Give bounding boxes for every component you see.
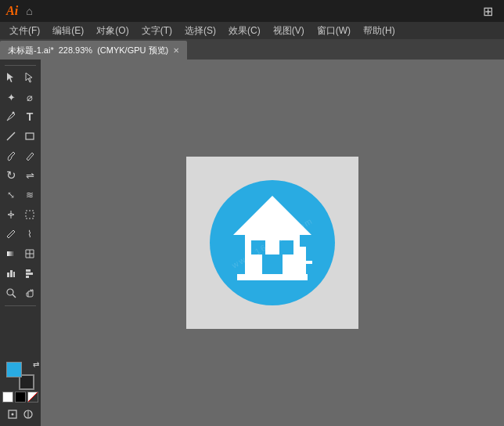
svg-rect-27	[306, 261, 312, 264]
draw-mode-icon[interactable]	[5, 407, 20, 421]
scale-tool[interactable]: ⤡	[2, 186, 20, 204]
measure-tool[interactable]: ⌇	[20, 225, 39, 244]
svg-rect-9	[13, 272, 15, 277]
tool-row-5	[0, 146, 41, 165]
menu-file[interactable]: 文件(F)	[3, 22, 46, 39]
tab-bar: 未标题-1.ai* 228.93% (CMYK/GPU 预览) ✕	[0, 39, 504, 60]
fill-stroke-area[interactable]: ⇄	[6, 362, 34, 390]
paintbrush-tool[interactable]	[2, 146, 20, 165]
free-transform-tool[interactable]	[20, 205, 39, 224]
svg-marker-0	[7, 73, 13, 82]
tab-close-button[interactable]: ✕	[173, 46, 179, 55]
mesh-tool[interactable]	[20, 244, 39, 263]
tool-row-3: T	[0, 107, 41, 126]
app-logo: Ai	[6, 4, 18, 18]
pencil-tool[interactable]	[20, 146, 39, 165]
menu-type[interactable]: 文字(T)	[135, 22, 178, 39]
rotate-tool[interactable]: ↻	[2, 166, 20, 185]
svg-rect-24	[262, 255, 283, 276]
active-tab[interactable]: 未标题-1.ai* 228.93% (CMYK/GPU 预览) ✕	[0, 41, 187, 60]
warp-tool[interactable]: ≋	[20, 186, 39, 204]
color-option-row	[2, 392, 38, 403]
menu-window[interactable]: 窗口(W)	[311, 22, 357, 39]
fill-swatch[interactable]	[6, 362, 22, 377]
svg-marker-1	[26, 73, 32, 82]
grid-panel-icon[interactable]: ⊞	[483, 4, 493, 19]
tool-row-4	[0, 127, 41, 146]
gradient-tool[interactable]	[2, 244, 20, 263]
line-tool[interactable]	[2, 127, 20, 146]
eyedropper-tool[interactable]	[2, 225, 20, 244]
tool-row-7: ⤡ ≋	[0, 186, 41, 204]
toolbar: ✦ ⌀ T	[0, 60, 41, 426]
artboard: www.16sucai.com	[186, 157, 358, 329]
toolbar-separator-mid	[5, 305, 36, 306]
pixel-align-icon[interactable]	[21, 407, 35, 421]
type-tool[interactable]: T	[20, 107, 39, 126]
menu-select[interactable]: 选择(S)	[178, 22, 222, 39]
selection-tool[interactable]	[2, 68, 20, 87]
color-section: ⇄	[0, 359, 41, 426]
tab-zoom: 228.93%	[59, 45, 92, 55]
tool-row-6: ↻ ⇌	[0, 166, 41, 185]
pen-tool[interactable]	[2, 107, 20, 126]
svg-rect-6	[7, 251, 15, 256]
svg-rect-8	[10, 270, 13, 277]
swap-fill-stroke-icon[interactable]: ⇄	[33, 360, 39, 369]
svg-rect-7	[7, 273, 9, 277]
menu-help[interactable]: 帮助(H)	[357, 22, 401, 39]
svg-rect-22	[251, 240, 265, 255]
svg-line-3	[7, 132, 15, 140]
title-bar: Ai ⌂ ⊞	[0, 0, 504, 22]
home-icon-svg	[206, 176, 339, 309]
svg-rect-11	[26, 273, 33, 275]
tool-row-12	[0, 283, 41, 302]
svg-rect-5	[26, 211, 34, 218]
svg-line-14	[13, 294, 16, 298]
menu-object[interactable]: 对象(O)	[90, 22, 135, 39]
tab-mode: (CMYK/GPU 预览)	[97, 45, 168, 56]
home-icon-title: ⌂	[26, 5, 32, 17]
svg-point-13	[7, 289, 13, 295]
main-layout: ✦ ⌀ T	[0, 60, 504, 426]
svg-rect-4	[26, 133, 34, 139]
menu-edit[interactable]: 编辑(E)	[46, 22, 90, 39]
black-color-icon[interactable]	[15, 392, 26, 403]
none-color-icon[interactable]	[2, 392, 13, 403]
svg-rect-25	[237, 274, 308, 280]
tool-row-1	[0, 68, 41, 87]
tool-row-11	[0, 264, 41, 283]
no-color-icon[interactable]	[27, 392, 38, 403]
bar-chart-tool[interactable]	[20, 264, 39, 283]
hand-tool[interactable]	[20, 283, 39, 302]
canvas-area[interactable]: www.16sucai.com	[41, 60, 504, 426]
menu-view[interactable]: 视图(V)	[267, 22, 311, 39]
tool-row-8	[0, 205, 41, 224]
extra-tool-row	[5, 407, 35, 421]
tab-filename: 未标题-1.ai*	[8, 45, 54, 56]
svg-rect-23	[279, 240, 293, 255]
svg-rect-12	[26, 276, 29, 278]
rectangle-tool[interactable]	[20, 127, 39, 146]
reflect-tool[interactable]: ⇌	[20, 166, 39, 185]
menu-effect[interactable]: 效果(C)	[222, 22, 267, 39]
direct-selection-tool[interactable]	[20, 68, 39, 87]
menu-bar: 文件(F) 编辑(E) 对象(O) 文字(T) 选择(S) 效果(C) 视图(V…	[0, 22, 504, 39]
magic-wand-tool[interactable]: ✦	[2, 88, 20, 106]
svg-point-16	[12, 413, 14, 416]
width-tool[interactable]	[2, 205, 20, 224]
svg-point-2	[13, 112, 15, 114]
tool-row-9: ⌇	[0, 225, 41, 244]
svg-rect-10	[26, 269, 31, 272]
svg-rect-26	[298, 247, 306, 280]
tool-row-2: ✦ ⌀	[0, 88, 41, 106]
zoom-tool[interactable]	[2, 283, 20, 302]
chart-tool[interactable]	[2, 264, 20, 283]
tool-row-10	[0, 244, 41, 263]
lasso-tool[interactable]: ⌀	[20, 88, 39, 106]
toolbar-separator-top	[5, 65, 36, 66]
